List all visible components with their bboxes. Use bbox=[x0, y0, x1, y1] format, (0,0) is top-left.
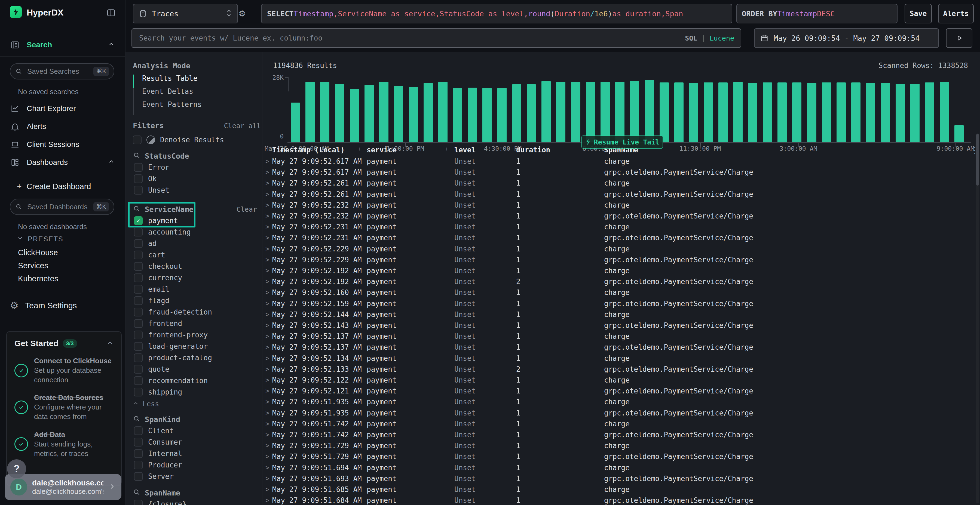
filter-item-producer[interactable]: Producer bbox=[133, 459, 261, 471]
row-expand-chevron[interactable]: > bbox=[266, 387, 269, 395]
checkbox[interactable] bbox=[134, 228, 143, 237]
filter-item--closure-[interactable]: {closure} bbox=[133, 499, 261, 505]
filter-item-frontend-proxy[interactable]: frontend-proxy bbox=[133, 329, 261, 341]
histogram-bar[interactable] bbox=[674, 83, 684, 142]
row-expand-chevron[interactable]: > bbox=[266, 157, 269, 165]
col-level[interactable]: level bbox=[454, 146, 476, 154]
create-dashboard-button[interactable]: + Create Dashboard bbox=[17, 182, 91, 191]
filter-item-fraud-detection[interactable]: fraud-detection bbox=[133, 306, 261, 318]
search-icon[interactable] bbox=[133, 488, 140, 497]
filter-item-unset[interactable]: Unset bbox=[133, 184, 261, 196]
checkbox[interactable] bbox=[134, 262, 143, 271]
histogram-bar[interactable] bbox=[291, 103, 300, 142]
histogram-bar[interactable] bbox=[704, 83, 713, 142]
row-expand-chevron[interactable]: > bbox=[266, 322, 269, 329]
sidebar-item-client-sessions[interactable]: Client Sessions bbox=[10, 140, 79, 149]
filter-item-load-generator[interactable]: load-generator bbox=[133, 341, 261, 352]
histogram-bar[interactable] bbox=[689, 83, 698, 142]
row-expand-chevron[interactable]: > bbox=[266, 179, 269, 187]
language-toggle[interactable]: SQL | Lucene bbox=[685, 34, 734, 42]
histogram-bar[interactable] bbox=[453, 88, 462, 142]
search-input[interactable] bbox=[138, 34, 685, 43]
checkbox[interactable] bbox=[134, 319, 143, 328]
histogram-bar[interactable] bbox=[896, 84, 905, 142]
table-row[interactable]: >May 27 9:09:52.229 AMpaymentUnset1charg… bbox=[263, 243, 979, 254]
clear-all-link[interactable]: Clear all bbox=[221, 122, 261, 130]
table-row[interactable]: >May 27 9:09:51.684 AMpaymentUnset1grpc.… bbox=[263, 495, 979, 505]
filter-item-checkout[interactable]: checkout bbox=[133, 260, 261, 272]
histogram-bar[interactable] bbox=[837, 83, 846, 142]
search-icon[interactable] bbox=[133, 205, 140, 214]
checkbox[interactable] bbox=[134, 472, 143, 481]
table-row[interactable]: >May 27 9:09:51.742 AMpaymentUnset1grpc.… bbox=[263, 429, 979, 440]
table-row[interactable]: >May 27 9:09:52.133 AMpaymentUnset2grpc.… bbox=[263, 364, 979, 375]
row-expand-chevron[interactable]: > bbox=[266, 223, 269, 231]
checkbox[interactable] bbox=[134, 273, 143, 282]
checkbox[interactable] bbox=[134, 342, 143, 351]
histogram-bar[interactable] bbox=[645, 80, 654, 142]
checkbox[interactable] bbox=[134, 461, 143, 469]
sql-select-editor[interactable]: SELECT Timestamp, ServiceName as service… bbox=[261, 4, 732, 24]
histogram-bar[interactable] bbox=[748, 83, 757, 142]
table-row[interactable]: >May 27 9:09:52.231 AMpaymentUnset1charg… bbox=[263, 221, 979, 232]
row-expand-chevron[interactable]: > bbox=[266, 354, 269, 362]
save-button[interactable]: Save bbox=[905, 4, 932, 24]
histogram-bar[interactable] bbox=[940, 82, 949, 142]
source-settings-gear-icon[interactable]: ⚙ bbox=[239, 9, 246, 18]
sidebar-item-chart-explorer[interactable]: Chart Explorer bbox=[10, 104, 76, 113]
scrollbar-track[interactable] bbox=[976, 133, 979, 503]
checkbox[interactable]: ✓ bbox=[134, 216, 143, 225]
histogram-bar[interactable] bbox=[718, 83, 728, 142]
histogram-bar[interactable] bbox=[733, 82, 743, 142]
show-less-toggle[interactable]: Less bbox=[133, 398, 261, 410]
row-expand-chevron[interactable]: > bbox=[266, 420, 269, 428]
histogram-bar[interactable] bbox=[881, 83, 890, 142]
row-expand-chevron[interactable]: > bbox=[266, 245, 269, 253]
col-duration[interactable]: duration bbox=[516, 146, 550, 154]
col-service[interactable]: service bbox=[367, 146, 397, 154]
table-row[interactable]: >May 27 9:09:52.137 AMpaymentUnset1charg… bbox=[263, 330, 979, 341]
histogram-bar[interactable] bbox=[571, 82, 581, 142]
table-row[interactable]: >May 27 9:09:52.134 AMpaymentUnset1charg… bbox=[263, 353, 979, 364]
table-row[interactable]: >May 27 9:09:51.935 AMpaymentUnset1grpc.… bbox=[263, 407, 979, 418]
get-started-step-add-data[interactable]: Add Data Start sending logs, metrics, or… bbox=[14, 430, 113, 459]
histogram-bar[interactable] bbox=[586, 82, 595, 142]
sidebar-item-dashboards[interactable]: Dashboards bbox=[10, 158, 115, 167]
row-expand-chevron[interactable]: > bbox=[266, 431, 269, 438]
histogram-bar[interactable] bbox=[409, 87, 418, 142]
row-expand-chevron[interactable]: > bbox=[266, 234, 269, 241]
row-expand-chevron[interactable]: > bbox=[266, 398, 269, 406]
table-row[interactable]: >May 27 9:09:52.143 AMpaymentUnset1grpc.… bbox=[263, 320, 979, 330]
alerts-button[interactable]: Alerts bbox=[938, 4, 974, 24]
table-row[interactable]: >May 27 9:09:52.192 AMpaymentUnset2grpc.… bbox=[263, 276, 979, 287]
saved-searches-search[interactable]: ⌘K bbox=[10, 63, 115, 79]
presets-toggle[interactable]: PRESETS bbox=[17, 235, 64, 243]
filter-item-ok[interactable]: Ok bbox=[133, 173, 261, 184]
checkbox[interactable] bbox=[134, 438, 143, 446]
table-row[interactable]: >May 27 9:09:52.122 AMpaymentUnset1charg… bbox=[263, 375, 979, 385]
histogram-bar[interactable] bbox=[394, 86, 403, 142]
histogram-bar[interactable] bbox=[512, 84, 521, 142]
checkbox[interactable] bbox=[134, 296, 143, 305]
saved-dashboards-search[interactable]: ⌘K bbox=[10, 199, 115, 215]
histogram-bar[interactable] bbox=[350, 89, 359, 142]
histogram-bar[interactable] bbox=[527, 84, 536, 142]
filter-item-consumer[interactable]: Consumer bbox=[133, 437, 261, 448]
checkbox[interactable] bbox=[134, 376, 143, 385]
search-icon[interactable] bbox=[133, 152, 140, 160]
histogram-bar[interactable] bbox=[320, 82, 329, 142]
table-row[interactable]: >May 27 9:09:52.261 AMpaymentUnset1charg… bbox=[263, 178, 979, 188]
row-expand-chevron[interactable]: > bbox=[266, 464, 269, 472]
table-row[interactable]: >May 27 9:09:52.617 AMpaymentUnset1grpc.… bbox=[263, 167, 979, 178]
histogram-bar[interactable] bbox=[335, 84, 344, 142]
row-expand-chevron[interactable]: > bbox=[266, 168, 269, 176]
histogram-bar[interactable] bbox=[482, 88, 492, 142]
results-histogram[interactable]: May 26 9:00:00 AM1:00:00 PM4:30:00 PM8:0… bbox=[288, 76, 971, 143]
table-row[interactable]: >May 27 9:09:51.694 AMpaymentUnset1charg… bbox=[263, 462, 979, 473]
analysis-mode-results-table[interactable]: Results Table bbox=[133, 72, 258, 85]
col-timestamp[interactable]: Timestamp (Local) bbox=[272, 146, 345, 154]
histogram-bar[interactable] bbox=[822, 83, 831, 142]
histogram-bar[interactable] bbox=[630, 81, 639, 142]
chevron-up-icon[interactable] bbox=[108, 41, 115, 49]
table-row[interactable]: >May 27 9:09:52.144 AMpaymentUnset1charg… bbox=[263, 309, 979, 320]
